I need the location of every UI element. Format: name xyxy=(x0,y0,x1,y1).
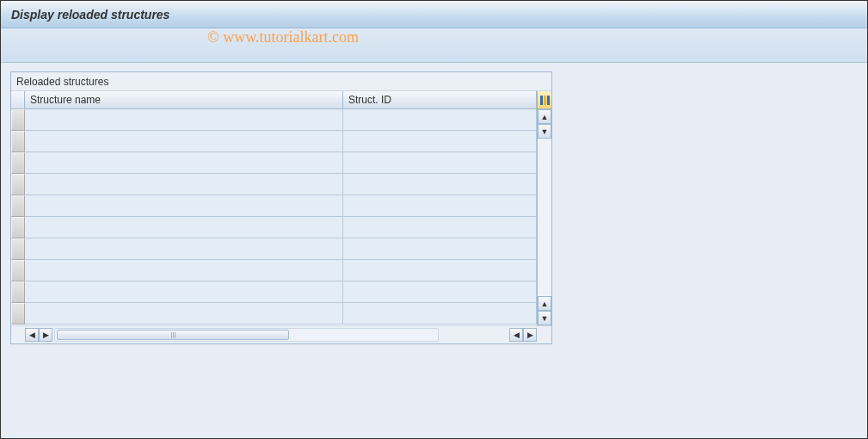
cell-structure-name[interactable] xyxy=(25,281,343,303)
scroll-up-button[interactable]: ▲ xyxy=(538,109,551,124)
horizontal-scrollbar: ◀ ▶ ◀ ▶ xyxy=(11,325,551,343)
scroll-right-button[interactable]: ▶ xyxy=(39,328,52,342)
column-header-structure-name[interactable]: Structure name xyxy=(25,91,343,109)
cell-structure-name[interactable] xyxy=(25,260,343,281)
row-selector[interactable] xyxy=(11,109,25,131)
row-selector[interactable] xyxy=(11,195,25,217)
row-header-corner xyxy=(11,91,25,109)
cell-struct-id[interactable] xyxy=(343,303,537,325)
table-row[interactable] xyxy=(25,195,537,217)
cell-structure-name[interactable] xyxy=(25,152,343,174)
triangle-down-icon: ▼ xyxy=(541,127,549,136)
cell-struct-id[interactable] xyxy=(343,238,537,260)
title-bar: Display reloaded structures xyxy=(1,1,867,28)
cell-struct-id[interactable] xyxy=(343,109,537,131)
row-selector[interactable] xyxy=(11,260,25,281)
cell-structure-name[interactable] xyxy=(25,195,343,217)
scroll-down-button[interactable]: ▼ xyxy=(538,311,551,325)
row-selector[interactable] xyxy=(11,303,25,325)
triangle-up-icon: ▲ xyxy=(541,300,549,308)
column-headers: Structure name Struct. ID xyxy=(25,91,537,109)
svg-rect-1 xyxy=(540,96,543,105)
scroll-right-button[interactable]: ▶ xyxy=(523,328,537,342)
scroll-down-button[interactable]: ▼ xyxy=(538,124,551,139)
cell-struct-id[interactable] xyxy=(343,217,537,238)
vertical-scroll-track[interactable] xyxy=(538,139,551,296)
table-row[interactable] xyxy=(25,152,537,174)
table-settings-button[interactable] xyxy=(538,91,551,109)
row-selector[interactable] xyxy=(11,174,25,195)
row-selector[interactable] xyxy=(11,217,25,238)
cell-structure-name[interactable] xyxy=(25,109,343,131)
horizontal-scroll-thumb[interactable] xyxy=(57,330,289,340)
cell-structure-name[interactable] xyxy=(25,131,343,152)
table-row[interactable] xyxy=(25,260,537,281)
table-row[interactable] xyxy=(25,238,537,260)
cell-struct-id[interactable] xyxy=(343,131,537,152)
table-row[interactable] xyxy=(25,131,537,152)
triangle-left-icon: ◀ xyxy=(514,331,520,339)
row-selector[interactable] xyxy=(11,131,25,152)
table-row[interactable] xyxy=(25,217,537,238)
table-row[interactable] xyxy=(25,303,537,325)
triangle-right-icon: ▶ xyxy=(527,331,533,339)
vertical-scrollbar: ▲ ▼ ▲ ▼ xyxy=(537,91,551,325)
triangle-left-icon: ◀ xyxy=(29,331,35,339)
page-title: Display reloaded structures xyxy=(11,8,169,22)
reloaded-structures-panel: Reloaded structures Structure name Struc… xyxy=(10,71,552,344)
scroll-up-button[interactable]: ▲ xyxy=(538,296,551,311)
row-selector[interactable] xyxy=(11,152,25,174)
cell-struct-id[interactable] xyxy=(343,152,537,174)
row-selector[interactable] xyxy=(11,281,25,303)
scroll-corner xyxy=(11,326,25,343)
svg-rect-3 xyxy=(547,96,550,105)
horizontal-scroll-track[interactable] xyxy=(54,328,439,342)
column-header-struct-id[interactable]: Struct. ID xyxy=(343,91,537,109)
row-header-column xyxy=(11,91,25,325)
table-columns: Structure name Struct. ID xyxy=(25,91,537,325)
scroll-left-button[interactable]: ◀ xyxy=(509,328,523,342)
svg-rect-2 xyxy=(544,96,546,105)
content-area: Reloaded structures Structure name Struc… xyxy=(1,63,867,353)
cell-structure-name[interactable] xyxy=(25,238,343,260)
cell-structure-name[interactable] xyxy=(25,217,343,238)
panel-title: Reloaded structures xyxy=(11,72,551,91)
table-row[interactable] xyxy=(25,281,537,303)
table-settings-icon xyxy=(539,95,551,106)
table-body xyxy=(25,109,537,325)
table-row[interactable] xyxy=(25,174,537,195)
scroll-left-button[interactable]: ◀ xyxy=(25,328,39,342)
cell-structure-name[interactable] xyxy=(25,174,343,195)
row-selector[interactable] xyxy=(11,238,25,260)
cell-struct-id[interactable] xyxy=(343,174,537,195)
triangle-right-icon: ▶ xyxy=(43,331,49,339)
table-row[interactable] xyxy=(25,109,537,131)
triangle-down-icon: ▼ xyxy=(541,314,549,323)
triangle-up-icon: ▲ xyxy=(541,113,549,121)
application-toolbar xyxy=(1,28,867,63)
cell-struct-id[interactable] xyxy=(343,281,537,303)
table: Structure name Struct. ID xyxy=(11,91,551,325)
cell-structure-name[interactable] xyxy=(25,303,343,325)
cell-struct-id[interactable] xyxy=(343,195,537,217)
cell-struct-id[interactable] xyxy=(343,260,537,281)
